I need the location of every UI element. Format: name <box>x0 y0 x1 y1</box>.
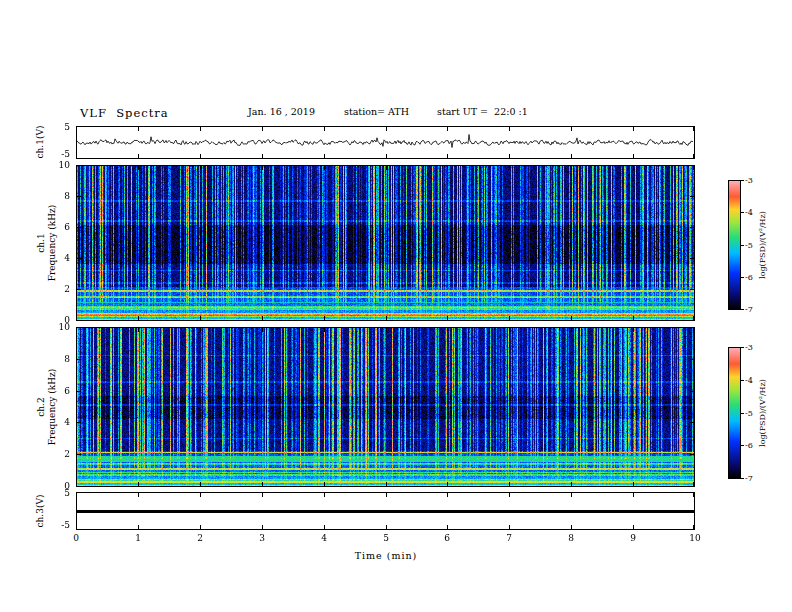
ch1-spectrogram-panel <box>76 165 695 321</box>
ch1-spectrogram-ylabel-channel: ch.1 <box>36 233 47 252</box>
tick-mark <box>447 525 448 529</box>
tick-mark <box>262 482 263 486</box>
tick-mark <box>138 154 139 158</box>
tick-mark <box>690 486 694 487</box>
tick-mark <box>571 525 572 529</box>
tick-mark <box>262 154 263 158</box>
tick-mark <box>571 482 572 486</box>
tick-mark <box>324 493 325 497</box>
tick-mark <box>633 154 634 158</box>
colorbar-tick-label: -6 <box>745 273 761 282</box>
tick-mark <box>571 154 572 158</box>
x-tick-label: 1 <box>130 533 146 543</box>
tick-mark <box>77 289 81 290</box>
tick-mark <box>76 328 77 332</box>
tick-mark <box>447 328 448 332</box>
tick-mark <box>138 482 139 486</box>
tick-mark <box>633 493 634 497</box>
tick-mark <box>690 320 694 321</box>
figure-title: VLF Spectra <box>80 106 169 120</box>
tick-mark <box>509 482 510 486</box>
tick-mark <box>76 154 77 158</box>
tick-mark <box>77 320 81 321</box>
tick-mark <box>324 316 325 320</box>
tick-mark <box>693 154 694 158</box>
tick-mark <box>138 166 139 170</box>
tick-mark <box>741 380 744 381</box>
tick-mark <box>633 328 634 332</box>
y-tick-label: 6 <box>52 222 70 232</box>
tick-mark <box>324 166 325 170</box>
tick-mark <box>741 212 744 213</box>
ch2-spectrogram-canvas <box>77 328 694 486</box>
y-tick-label: 6 <box>52 386 70 396</box>
ch1-spectrogram-canvas <box>77 166 694 320</box>
tick-mark <box>447 166 448 170</box>
tick-mark <box>77 196 81 197</box>
tick-mark <box>571 127 572 131</box>
tick-mark <box>77 258 81 259</box>
x-tick-label: 6 <box>439 533 455 543</box>
tick-mark <box>690 196 694 197</box>
tick-mark <box>741 309 744 310</box>
tick-mark <box>509 493 510 497</box>
tick-mark <box>200 316 201 320</box>
tick-mark <box>690 258 694 259</box>
tick-mark <box>690 454 694 455</box>
tick-mark <box>633 316 634 320</box>
tick-mark <box>693 127 694 131</box>
tick-mark <box>324 525 325 529</box>
tick-mark <box>693 166 694 170</box>
tick-mark <box>690 327 694 328</box>
station-label: station= ATH <box>344 106 409 117</box>
x-tick-label: 9 <box>625 533 641 543</box>
tick-mark <box>741 180 744 181</box>
tick-mark <box>200 525 201 529</box>
tick-mark <box>138 525 139 529</box>
colorbar-2 <box>728 347 741 479</box>
tick-mark <box>571 166 572 170</box>
tick-mark <box>200 154 201 158</box>
tick-mark <box>262 127 263 131</box>
tick-mark <box>447 316 448 320</box>
tick-mark <box>76 493 77 497</box>
x-tick-label: 7 <box>501 533 517 543</box>
tick-mark <box>690 422 694 423</box>
tick-mark <box>76 525 77 529</box>
tick-mark <box>693 525 694 529</box>
tick-mark <box>138 493 139 497</box>
tick-mark <box>741 347 744 348</box>
x-tick-label: 10 <box>687 533 703 543</box>
tick-mark <box>571 328 572 332</box>
tick-mark <box>200 493 201 497</box>
tick-mark <box>690 289 694 290</box>
tick-mark <box>200 127 201 131</box>
ch1-waveform-ylabel: ch.1(V) <box>34 117 46 167</box>
tick-mark <box>571 316 572 320</box>
y-tick-label: 2 <box>52 449 70 459</box>
tick-mark <box>693 493 694 497</box>
tick-mark <box>386 482 387 486</box>
tick-mark <box>386 328 387 332</box>
colorbar-tick-label: -3 <box>745 343 761 352</box>
tick-mark <box>741 445 744 446</box>
tick-mark <box>633 482 634 486</box>
tick-mark <box>509 166 510 170</box>
tick-mark <box>262 493 263 497</box>
colorbar-1 <box>728 180 741 310</box>
tick-mark <box>386 154 387 158</box>
tick-mark <box>509 328 510 332</box>
tick-mark <box>386 166 387 170</box>
tick-mark <box>262 166 263 170</box>
x-tick-label: 2 <box>192 533 208 543</box>
x-tick-label: 3 <box>254 533 270 543</box>
x-tick-label: 0 <box>68 533 84 543</box>
tick-mark <box>509 525 510 529</box>
tick-mark <box>386 316 387 320</box>
vlf-spectra-figure: VLF Spectra Jan. 16 , 2019 station= ATH … <box>0 0 792 612</box>
y-tick-label: 5 <box>50 122 70 132</box>
tick-mark <box>77 454 81 455</box>
tick-mark <box>693 328 694 332</box>
colorbar-2-canvas <box>729 348 740 478</box>
tick-mark <box>741 245 744 246</box>
